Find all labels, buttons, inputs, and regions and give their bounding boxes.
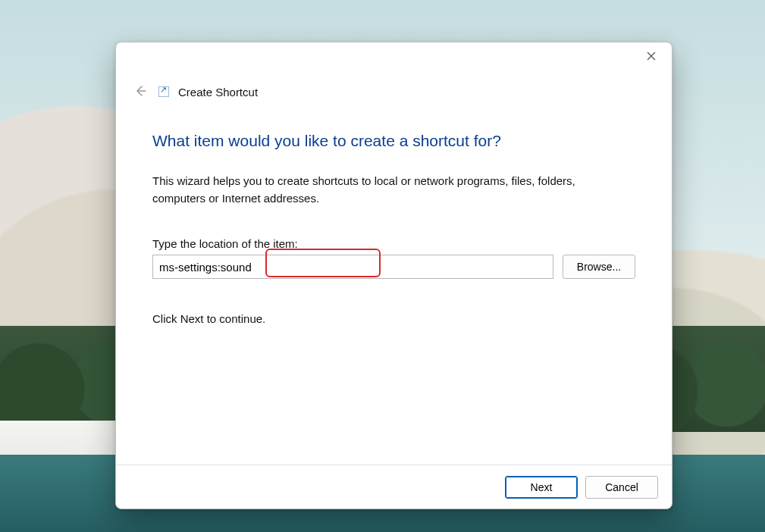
browse-button[interactable]: Browse... xyxy=(563,255,635,279)
close-button[interactable] xyxy=(638,47,664,67)
continue-hint: Click Next to continue. xyxy=(152,312,635,325)
location-input[interactable] xyxy=(152,255,553,279)
create-shortcut-wizard: Create Shortcut What item would you like… xyxy=(115,42,673,509)
intro-text: This wizard helps you to create shortcut… xyxy=(152,173,592,207)
location-row: Browse... xyxy=(152,255,635,279)
titlebar xyxy=(116,42,672,68)
cancel-button[interactable]: Cancel xyxy=(585,476,658,499)
back-button[interactable] xyxy=(131,83,149,101)
arrow-left-icon xyxy=(133,84,147,100)
wizard-body: What item would you like to create a sho… xyxy=(116,106,672,325)
window-title: Create Shortcut xyxy=(178,86,258,99)
close-icon xyxy=(647,51,656,63)
wizard-footer: Next Cancel xyxy=(116,465,672,509)
location-label: Type the location of the item: xyxy=(152,237,635,250)
shortcut-icon xyxy=(158,86,169,97)
next-button[interactable]: Next xyxy=(505,476,578,499)
page-heading: What item would you like to create a sho… xyxy=(152,132,635,150)
header-row: Create Shortcut xyxy=(116,68,672,106)
